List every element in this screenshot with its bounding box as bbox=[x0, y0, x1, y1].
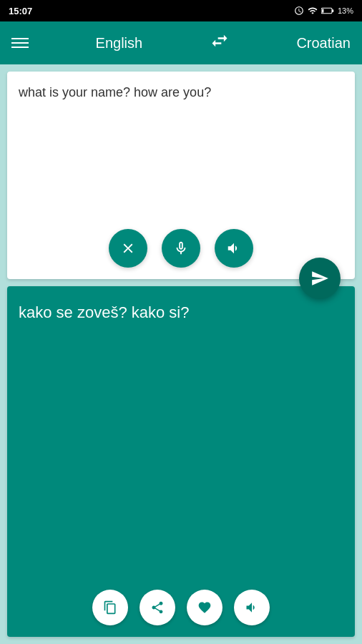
status-bar: 15:07 13% bbox=[0, 0, 362, 21]
output-text: kako se zoveš? kako si? bbox=[19, 301, 343, 324]
status-icons: 13% bbox=[294, 6, 353, 16]
speak-output-button[interactable] bbox=[234, 590, 270, 625]
share-icon bbox=[150, 600, 165, 615]
output-actions bbox=[7, 590, 355, 625]
send-button[interactable] bbox=[299, 258, 341, 299]
alarm-icon bbox=[294, 6, 304, 16]
volume-output-icon bbox=[245, 600, 259, 615]
volume-icon bbox=[226, 240, 242, 256]
battery-icon bbox=[321, 6, 334, 16]
clear-button[interactable] bbox=[109, 229, 147, 268]
svg-rect-1 bbox=[322, 9, 323, 12]
source-language[interactable]: English bbox=[96, 35, 143, 52]
target-language[interactable]: Croatian bbox=[296, 35, 351, 52]
input-panel: what is your name? how are you? bbox=[7, 72, 355, 279]
microphone-button[interactable] bbox=[162, 229, 200, 268]
share-button[interactable] bbox=[140, 590, 175, 625]
favorite-button[interactable] bbox=[187, 590, 222, 625]
speak-input-button[interactable] bbox=[215, 229, 253, 268]
menu-button[interactable] bbox=[11, 38, 29, 48]
send-icon bbox=[310, 269, 329, 288]
swap-languages-button[interactable] bbox=[210, 31, 230, 55]
input-text[interactable]: what is your name? how are you? bbox=[19, 83, 343, 102]
toolbar: English Croatian bbox=[0, 21, 362, 64]
status-time: 15:07 bbox=[9, 6, 32, 16]
copy-button[interactable] bbox=[92, 590, 128, 625]
swap-icon bbox=[210, 31, 230, 51]
output-panel: kako se zoveš? kako si? bbox=[7, 286, 355, 637]
svg-rect-2 bbox=[332, 9, 333, 12]
copy-icon bbox=[103, 600, 117, 615]
heart-icon bbox=[197, 600, 212, 615]
input-actions bbox=[7, 229, 355, 268]
mic-icon bbox=[173, 240, 189, 256]
close-icon bbox=[120, 240, 136, 256]
signal-icon bbox=[308, 6, 318, 16]
battery-percent: 13% bbox=[338, 6, 353, 15]
